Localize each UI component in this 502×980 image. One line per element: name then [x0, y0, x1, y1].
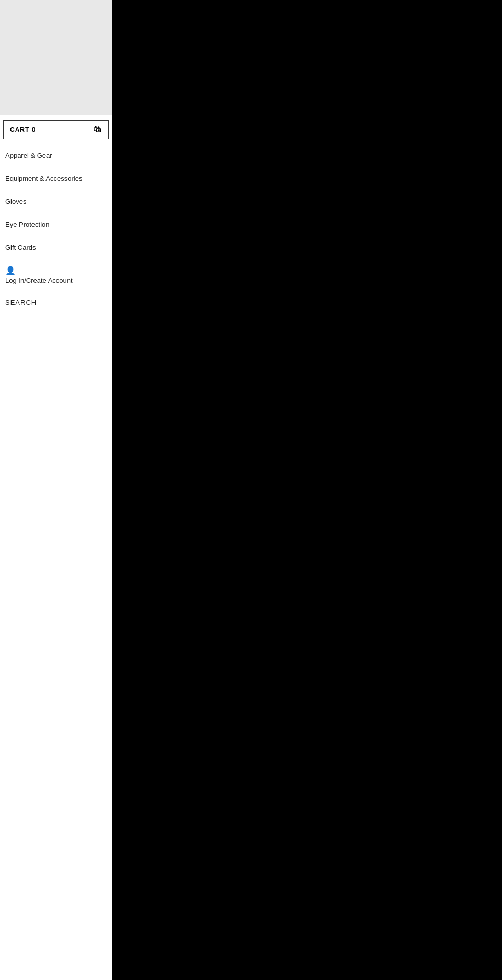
sidebar-nav-item-equipment[interactable]: Equipment & Accessories	[0, 167, 112, 190]
sidebar-nav-item-eye[interactable]: Eye Protection	[0, 213, 112, 236]
sidebar-logo-area	[0, 0, 112, 115]
sidebar-search-label: SEARCH	[5, 298, 37, 306]
main-content	[112, 0, 502, 980]
sidebar-nav-item-apparel[interactable]: Apparel & Gear	[0, 144, 112, 167]
sidebar-gift-link[interactable]: Gift Cards	[0, 236, 112, 259]
sidebar-cart-icon: 🛍	[93, 125, 102, 134]
sidebar-login-label: Log In/Create Account	[5, 276, 73, 284]
sidebar-nav-item-gloves[interactable]: Gloves	[0, 190, 112, 213]
sidebar-apparel-link[interactable]: Apparel & Gear	[0, 144, 112, 167]
sidebar-gloves-link[interactable]: Gloves	[0, 190, 112, 213]
sidebar-login[interactable]: 👤 Log In/Create Account	[0, 259, 112, 291]
sidebar: CART 0 🛍 Apparel & Gear Equipment & Acce…	[0, 0, 112, 980]
login-icon: 👤	[5, 266, 16, 275]
sidebar-eye-link[interactable]: Eye Protection	[0, 213, 112, 236]
sidebar-equipment-link[interactable]: Equipment & Accessories	[0, 167, 112, 190]
sidebar-nav-item-gift[interactable]: Gift Cards	[0, 236, 112, 259]
page-wrapper: Enjoy FREE Shipping on All Orders Over R…	[0, 0, 502, 980]
sidebar-cart[interactable]: CART 0 🛍	[3, 120, 109, 139]
sidebar-search[interactable]: SEARCH	[0, 291, 112, 314]
sidebar-cart-label: CART 0	[10, 126, 36, 133]
sidebar-nav: Apparel & Gear Equipment & Accessories G…	[0, 144, 112, 259]
